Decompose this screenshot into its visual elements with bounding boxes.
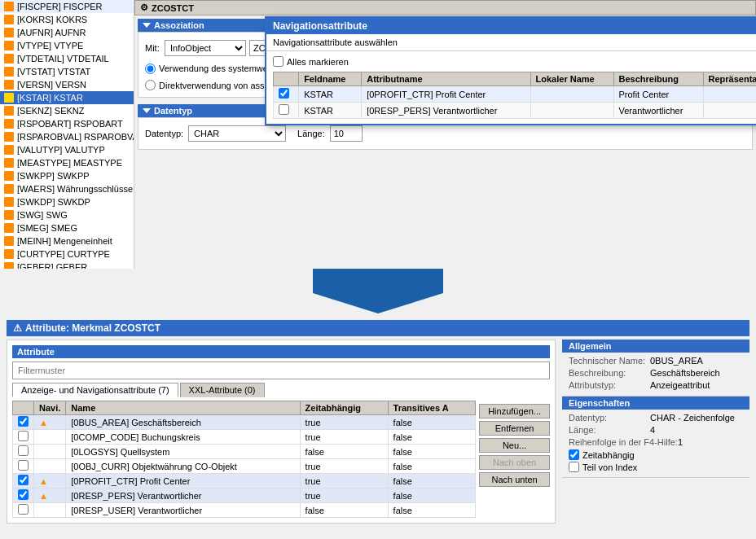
sidebar-item-icon: [3, 79, 15, 90]
sidebar-item-icon: [3, 105, 15, 116]
mit-select[interactable]: InfoObject: [165, 40, 246, 56]
entfernen-button[interactable]: Entfernen: [479, 421, 550, 436]
allgemein-section: Allgemein Technischer Name: 0BUS_AREA Be…: [562, 340, 749, 397]
tab-anzeige[interactable]: Anzeige- und Navigationsattribute (7): [12, 383, 178, 397]
sidebar-item-icon: [3, 14, 15, 25]
sidebar-item[interactable]: [MEASTYPE] MEASTYPE: [0, 156, 134, 169]
sidebar-item[interactable]: [RSPOBART] RSPOBART: [0, 117, 134, 130]
nav-table: Feldname Attributname Lokaler Name Besch…: [273, 72, 756, 119]
teil-index-checkbox[interactable]: [569, 462, 579, 472]
neu-button[interactable]: Neu...: [479, 438, 550, 453]
nav-row-lokalername: [530, 86, 613, 103]
nav-col-feldname: Feldname: [299, 72, 362, 86]
nach-unten-button[interactable]: Nach unten: [479, 472, 550, 487]
alles-markieren-checkbox[interactable]: [273, 56, 284, 67]
length-input[interactable]: [330, 125, 363, 142]
attr-row-check[interactable]: [13, 474, 34, 489]
tab-bar: Anzeige- und Navigationsattribute (7) XX…: [12, 383, 550, 397]
sidebar-item-icon: [3, 27, 15, 38]
sidebar-item[interactable]: [GEBER] GEBER: [0, 261, 134, 269]
attr-row-zeitabh: true: [300, 459, 388, 474]
attr-row-transitiv: false: [388, 503, 476, 518]
right-info-panel: Allgemein Technischer Name: 0BUS_AREA Be…: [562, 340, 749, 524]
tab-xxl[interactable]: XXL-Attribute (0): [180, 383, 265, 397]
nav-col-beschreibung: Beschreibung: [613, 72, 703, 86]
sidebar-item[interactable]: [WAERS] Währungsschlüsse: [0, 182, 134, 195]
attr-col-check: [13, 401, 34, 415]
attr-col-zeitabh: Zeitabhängig: [300, 401, 388, 415]
sidebar-item[interactable]: [VALUTYP] VALUTYP: [0, 143, 134, 156]
sidebar-item[interactable]: [VERSN] VERSN: [0, 78, 134, 91]
beschreibung-value: Geschäftsbereich: [650, 368, 720, 378]
sidebar-item[interactable]: [KSTAR] KSTAR: [0, 91, 134, 104]
sidebar-item-label: [MEASTYPE] MEASTYPE: [17, 158, 122, 168]
nav-row-attributname: [0PROFIT_CTR] Profit Center: [362, 86, 530, 103]
sidebar-item[interactable]: [SEKNZ] SEKNZ: [0, 104, 134, 117]
zeitabhaengig-label: Zeitabhängig: [582, 450, 635, 460]
nach-oben-button[interactable]: Nach oben: [479, 455, 550, 470]
attributstyp-label: Attributstyp:: [569, 380, 650, 390]
sidebar-item-label: [RSPOBART] RSPOBART: [17, 119, 123, 129]
attr-row-navi: ▲: [34, 489, 66, 503]
radio-system-name[interactable]: [145, 64, 156, 74]
attr-panel-title: Attribute: Merkmal ZCOSTCT: [25, 322, 160, 334]
attr-col-transitiv: Transitives A: [388, 401, 476, 415]
sidebar-item[interactable]: [VTDETAIL] VTDETAIL: [0, 52, 134, 65]
attr-table-row: [0COMP_CODE] Buchungskreis true false: [13, 430, 476, 445]
filter-input[interactable]: [12, 362, 550, 379]
attr-icon: ⚠: [13, 322, 22, 334]
nav-dialog: Navigationsattribute □ Navigationsattrib…: [265, 16, 756, 125]
attr-row-name: [0BUS_AREA] Geschäftsbereich: [66, 415, 300, 430]
sidebar-item-icon: [3, 118, 15, 129]
sidebar-item[interactable]: [RSPAROBVAL] RSPAROBVAL: [0, 130, 134, 143]
attr-row-name: [0COMP_CODE] Buchungskreis: [66, 430, 300, 445]
attr-row-navi: [34, 503, 66, 518]
radio-direct[interactable]: [145, 80, 156, 90]
sidebar-item[interactable]: [KOKRS] KOKRS: [0, 13, 134, 26]
eig-reihenfolge-label: Reihenfolge in der F4-Hilfe:: [569, 437, 678, 447]
attr-row-transitiv: false: [388, 445, 476, 459]
attr-row-check[interactable]: [13, 503, 34, 518]
sidebar-item[interactable]: [SMEG] SMEG: [0, 221, 134, 234]
eig-laenge-label: Länge:: [569, 425, 650, 435]
nav-row-check[interactable]: [274, 103, 299, 119]
attr-col-name: Name: [66, 401, 300, 415]
sidebar-item[interactable]: [AUFNR] AUFNR: [0, 26, 134, 39]
sidebar-item[interactable]: [SWKDP] SWKDP: [0, 195, 134, 208]
sidebar-item[interactable]: [VTYPE] VTYPE: [0, 39, 134, 52]
sidebar-item[interactable]: [MEINH] Mengeneinheit: [0, 234, 134, 248]
sidebar-item[interactable]: [VTSTAT] VTSTAT: [0, 65, 134, 78]
zcostct-bar: ⚙ ZCOSTCT: [134, 0, 756, 15]
sidebar-item-label: [RSPAROBVAL] RSPAROBVAL: [17, 132, 134, 142]
eig-datentyp-value: CHAR - Zeichenfolge: [650, 413, 735, 423]
sidebar-item[interactable]: [CURTYPE] CURTYPE: [0, 248, 134, 261]
zeitabhaengig-checkbox[interactable]: [569, 449, 579, 460]
attr-row-navi: [34, 459, 66, 474]
nav-row-feldname: KSTAR: [299, 103, 362, 119]
nav-row-beschreibung: Profit Center: [613, 86, 703, 103]
attr-row-check[interactable]: [13, 445, 34, 459]
attr-row-check[interactable]: [13, 430, 34, 445]
sidebar-item[interactable]: [FISCPER] FISCPER: [0, 0, 134, 13]
attr-table: Navi. Name Zeitabhängig Transitives A ▲ …: [12, 401, 476, 518]
sidebar-item-icon: [3, 248, 15, 260]
nav-row-repraesentation: [703, 103, 756, 119]
attr-table-row: ▲ [0PROFIT_CTR] Profit Center true false: [13, 474, 476, 489]
attr-row-transitiv: false: [388, 415, 476, 430]
zcostct-label: ZCOSTCT: [152, 3, 194, 13]
attr-row-name: [0RESP_USER] Verantwortlicher: [66, 503, 300, 518]
attr-row-check[interactable]: [13, 489, 34, 503]
sidebar-item-icon: [3, 209, 15, 221]
nav-row-check[interactable]: [274, 86, 299, 103]
attr-row-check[interactable]: [13, 415, 34, 430]
attr-row-zeitabh: false: [300, 445, 388, 459]
sidebar-item[interactable]: [SWG] SWG: [0, 208, 134, 221]
attr-row-check[interactable]: [13, 459, 34, 474]
arrow-separator: [0, 269, 756, 313]
eigenschaften-section: Eigenschaften Datentyp: CHAR - Zeichenfo…: [562, 397, 749, 478]
sidebar-item-label: [VALUTYP] VALUTYP: [17, 145, 105, 155]
alles-markieren-label: Alles markieren: [287, 57, 349, 67]
datatype-select[interactable]: CHAR: [188, 125, 286, 142]
sidebar-item[interactable]: [SWKPP] SWKPP: [0, 169, 134, 182]
hinzufuegen-button[interactable]: Hinzufügen...: [479, 404, 550, 418]
